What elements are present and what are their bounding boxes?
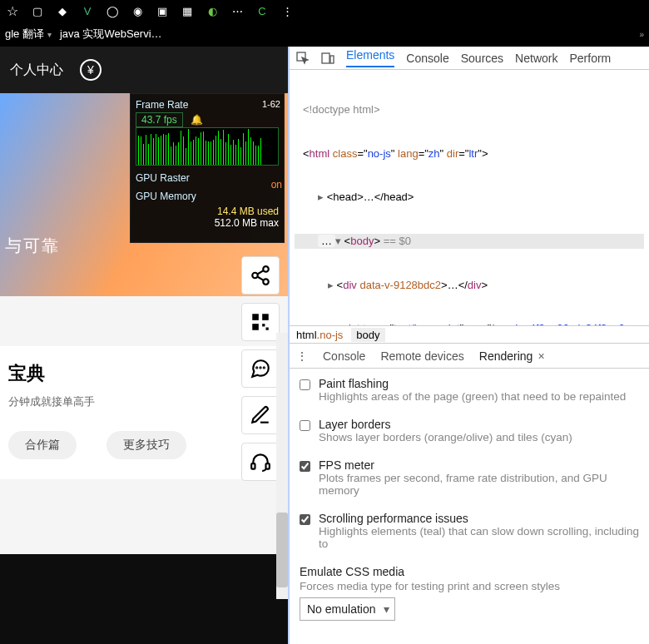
svg-point-9 (260, 367, 260, 368)
checkbox-fps[interactable] (300, 461, 310, 472)
vue-icon[interactable]: V (80, 3, 95, 18)
svg-rect-3 (252, 314, 259, 320)
render-option-scroll: Scrolling performance issuesHighlights e… (300, 512, 639, 550)
gpu-raster-state: on (271, 179, 282, 191)
bookmark-label: gle 翻译 (5, 27, 44, 42)
tab-console[interactable]: Console (406, 52, 448, 65)
svg-rect-6 (262, 324, 265, 326)
ext-icon[interactable]: ◉ (130, 3, 145, 18)
svg-rect-11 (251, 463, 255, 469)
edit-button[interactable] (241, 396, 280, 434)
checkbox-scroll[interactable] (300, 514, 310, 525)
overflow-chevron-icon[interactable]: » (639, 30, 644, 39)
render-option-paint: Paint flashingHighlights areas of the pa… (300, 377, 639, 403)
checkbox-layer[interactable] (300, 420, 310, 431)
ext-icon[interactable]: C (255, 3, 270, 18)
emulate-title: Emulate CSS media (300, 565, 404, 578)
nav-label[interactable]: 个人中心 (10, 62, 63, 79)
ext-icon[interactable]: ◐ (205, 3, 220, 18)
crumb-html[interactable]: html (296, 329, 317, 341)
checkbox-paint[interactable] (300, 379, 310, 390)
device-toggle-icon[interactable] (321, 52, 334, 65)
dom-tree[interactable]: <!doctype html> <html class="no-js" lang… (290, 70, 649, 325)
gpu-raster-label: GPU Raster (136, 172, 279, 184)
bookmarks-bar: gle 翻译 ▾ java 实现WebServi… » (0, 22, 649, 47)
rendered-page: 个人中心 ¥ 与可靠 宝典 分钟成就接单高手 合作篇 更多技巧 Frame Ra… (0, 47, 288, 644)
option-desc: Plots frames per second, frame rate dist… (319, 472, 639, 497)
fps-range: 1-62 (262, 99, 280, 109)
devtools-tabs: Elements Console Sources Network Perform (290, 47, 649, 70)
tab-elements[interactable]: Elements (346, 48, 394, 67)
float-button-column (241, 256, 280, 481)
option-title: Scrolling performance issues (319, 512, 639, 525)
page-footer (0, 554, 288, 644)
bookmark-star-icon[interactable]: ☆ (5, 3, 20, 18)
option-desc: Highlights areas of the page (green) tha… (319, 390, 626, 403)
currency-icon[interactable]: ¥ (80, 59, 102, 81)
svg-rect-15 (330, 56, 334, 63)
pill-button-right[interactable]: 更多技巧 (107, 431, 186, 459)
svg-point-8 (256, 367, 257, 368)
html-tag[interactable]: <html class="no-js" lang="zh" dir="ltr"> (295, 146, 644, 161)
overflow-icon[interactable]: ⋮ (280, 3, 295, 18)
bookmark-item[interactable]: gle 翻译 ▾ (5, 27, 52, 42)
card-subtitle: 分钟成就接单高手 (8, 394, 280, 409)
ext-icon[interactable]: ◆ (55, 3, 70, 18)
gpu-mem-used: 14.4 MB used (136, 206, 279, 217)
chat-icon (250, 358, 271, 379)
head-tag[interactable]: ▸ <head>…</head> (295, 190, 644, 205)
option-desc: Shows layer borders (orange/olive) and t… (319, 431, 572, 443)
headset-icon (250, 451, 271, 473)
emulate-select[interactable]: No emulation (300, 597, 395, 621)
svg-point-2 (263, 279, 269, 285)
edit-icon (250, 404, 271, 426)
headset-button[interactable] (241, 443, 280, 481)
inspect-icon[interactable] (296, 52, 310, 65)
breadcrumb[interactable]: html.no-js body (290, 325, 649, 344)
ext-icon[interactable]: ▦ (180, 3, 195, 18)
doctype: <!doctype html> (295, 102, 644, 117)
drawer-tab-console[interactable]: Console (323, 349, 365, 363)
tab-sources[interactable]: Sources (461, 52, 503, 65)
svg-rect-12 (266, 463, 270, 469)
bell-icon: 🔔 (191, 114, 203, 126)
option-title: Layer borders (319, 418, 572, 431)
devtools-panel: Elements Console Sources Network Perform… (288, 47, 649, 644)
frame-rate-label: Frame Rate (136, 99, 279, 111)
ext-icon[interactable]: ▢ (30, 3, 45, 18)
fps-value: 43.7 fps (136, 112, 183, 127)
share-button[interactable] (241, 256, 280, 295)
option-title: Paint flashing (319, 377, 626, 390)
bookmark-item[interactable]: java 实现WebServi… (60, 27, 162, 42)
crumb-body[interactable]: body (351, 328, 384, 342)
div-node[interactable]: ▸ <div data-v-9128bdc2>…</div> (295, 278, 644, 293)
drawer-menu-icon[interactable]: ⋮ (296, 349, 308, 363)
svg-rect-14 (322, 53, 329, 63)
drawer-tab-remote[interactable]: Remote devices (380, 349, 463, 363)
qrcode-button[interactable] (241, 303, 280, 341)
svg-rect-4 (262, 314, 269, 320)
extensions-row: ☆ ▢ ◆ V ◯ ◉ ▣ ▦ ◐ ⋯ C ⋮ (0, 0, 649, 22)
render-option-fps: FPS meterPlots frames per second, frame … (300, 458, 639, 497)
emulate-desc: Forces media type for testing print and … (300, 580, 560, 592)
close-icon[interactable]: × (538, 349, 544, 363)
ext-icon[interactable]: ▣ (155, 3, 170, 18)
body-tag[interactable]: …▾ <body> == $0 (295, 234, 644, 249)
gpu-mem-max: 512.0 MB max (136, 217, 279, 229)
chat-button[interactable] (241, 349, 280, 388)
gpu-memory-label: GPU Memory (136, 191, 279, 202)
page-header: 个人中心 ¥ (0, 47, 288, 93)
tab-performance[interactable]: Perform (569, 52, 611, 65)
ext-icon[interactable]: ⋯ (230, 3, 245, 18)
pill-button-left[interactable]: 合作篇 (8, 431, 77, 459)
scrollbar-thumb[interactable] (276, 513, 288, 587)
fps-graph (136, 127, 279, 166)
rendering-panel: Paint flashingHighlights areas of the pa… (290, 369, 649, 644)
drawer-tab-rendering[interactable]: Rendering (479, 349, 533, 363)
ext-icon[interactable]: ◯ (105, 3, 120, 18)
render-option-layer: Layer bordersShows layer borders (orange… (300, 418, 639, 443)
svg-rect-5 (252, 324, 259, 330)
tab-network[interactable]: Network (515, 52, 557, 65)
crumb-class: .no-js (317, 329, 344, 341)
card-title: 宝典 (8, 361, 280, 386)
